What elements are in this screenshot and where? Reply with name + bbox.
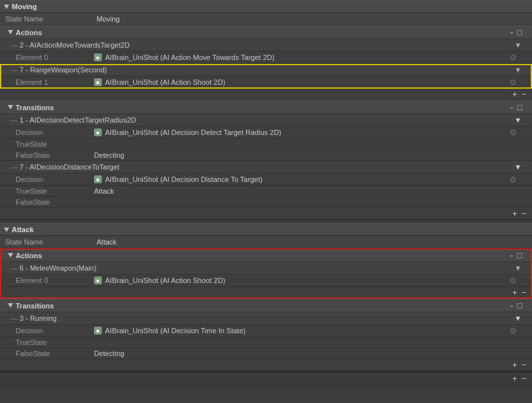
moving-action-2-dash: — <box>10 66 17 74</box>
attack-actions-minus2-btn[interactable]: − <box>519 288 528 297</box>
attack-transition-1-falsestate-row: FalseState Detecting <box>0 348 532 359</box>
attack-transition-1: — 3 - Running ▼ Decision ■ AIBrain_UniSh… <box>0 312 532 359</box>
moving-actions-title: Actions <box>16 29 509 37</box>
attack-transition-1-decision-gear[interactable]: ⊙ <box>510 326 516 335</box>
attack-action-item-1: — 6 - MeleeWeapon(Main) ▼ Element 0 ■ AI… <box>0 262 532 287</box>
moving-transition-2-falsestate-label: FalseState <box>16 198 94 206</box>
moving-action-1-asset-icon: ■ <box>94 53 102 61</box>
attack-action-1-header: — 6 - MeleeWeapon(Main) ▼ <box>0 262 532 275</box>
moving-trans-2-decision-icon: ■ <box>94 175 102 183</box>
attack-title: Attack <box>12 226 34 233</box>
moving-transition-1-truestate-row: TrueState <box>0 139 532 150</box>
moving-actions-plus-btn[interactable]: + <box>510 90 520 98</box>
moving-collapse-icon[interactable] <box>4 5 9 9</box>
attack-actions-title: Actions <box>16 252 509 260</box>
moving-action-2-asset-icon: ■ <box>94 78 102 86</box>
moving-transitions-window-btn[interactable]: □ <box>515 103 524 112</box>
moving-transitions-collapse-icon[interactable] <box>8 105 13 110</box>
moving-action-2-element-1: Element 1 ■ AIBrain_UniShot (AI Action S… <box>0 76 532 89</box>
attack-collapse-icon[interactable] <box>4 228 9 232</box>
moving-transitions-header: Transitions - □ <box>0 100 532 114</box>
attack-action-1-element-0-label: Element 0 <box>16 276 94 284</box>
moving-transition-1-header: — 1 - AIDecisionDetectTargetRadius2D ▼ <box>0 114 532 127</box>
moving-transition-1-decision-label: Decision <box>16 128 94 136</box>
moving-action-2-dropdown[interactable]: ▼ <box>514 66 522 74</box>
bottom-controls: + − <box>0 372 532 385</box>
attack-actions-window-btn[interactable]: □ <box>515 251 524 260</box>
moving-transition-2-decision-label: Decision <box>16 175 94 183</box>
attack-transition-1-header: — 3 - Running ▼ <box>0 312 532 325</box>
attack-transitions-minus-btn[interactable]: - <box>509 301 515 310</box>
attack-transition-1-decision-value: ■ AIBrain_UniShot (AI Decision Time In S… <box>94 327 510 335</box>
moving-action-1-header: — 2 - AIActionMoveTowardsTarget2D ▼ <box>0 39 532 52</box>
moving-transition-1-truestate-label: TrueState <box>16 140 94 148</box>
attack-transitions-window-btn[interactable]: □ <box>515 301 524 310</box>
moving-action-1-dash: — <box>10 41 17 49</box>
moving-transitions-plus-minus: + − <box>0 208 532 220</box>
attack-actions-minus-btn[interactable]: - <box>509 251 515 260</box>
attack-state-label: State Name <box>5 238 97 246</box>
moving-actions-plus-minus: + − <box>0 89 532 100</box>
attack-transition-1-label: 3 - Running <box>20 314 514 322</box>
attack-action-1-dash: — <box>10 264 17 272</box>
attack-state-name-row: State Name Attack <box>0 236 532 248</box>
moving-transition-2-decision-gear[interactable]: ⊙ <box>510 175 516 184</box>
attack-transition-1-decision-label: Decision <box>16 327 94 335</box>
moving-transitions-minus2-btn[interactable]: − <box>519 209 528 218</box>
moving-action-1-dropdown[interactable]: ▼ <box>514 41 522 49</box>
attack-section-header: Attack <box>0 223 532 236</box>
moving-transition-2-truestate-value: Attack <box>94 187 516 195</box>
attack-action-1-label: 6 - MeleeWeapon(Main) <box>20 264 514 272</box>
moving-action-2-element-1-label: Element 1 <box>16 78 94 86</box>
bottom-minus-btn[interactable]: − <box>519 374 528 383</box>
moving-actions-minus2-btn[interactable]: − <box>519 90 528 98</box>
moving-action-2-gear-btn[interactable]: ⊙ <box>510 78 516 87</box>
moving-transition-1-decision-gear[interactable]: ⊙ <box>510 128 516 137</box>
bottom-plus-btn[interactable]: + <box>510 374 520 383</box>
moving-transitions-title: Transitions <box>16 104 509 112</box>
moving-action-1-element-0-label: Element 0 <box>16 53 94 61</box>
moving-action-item-2-highlighted: — 7 - RangeWeapon(Second) ▼ Element 1 ■ … <box>0 64 532 89</box>
moving-action-2-label: 7 - RangeWeapon(Second) <box>20 66 514 74</box>
attack-state-value: Attack <box>97 238 117 246</box>
attack-transition-1-falsestate-value: Detecting <box>94 350 516 357</box>
moving-transition-1-label: 1 - AIDecisionDetectTargetRadius2D <box>20 116 514 124</box>
attack-transitions-collapse-icon[interactable] <box>8 303 13 308</box>
moving-transition-1-decision-row: Decision ■ AIBrain_UniShot (AI Decision … <box>0 127 532 139</box>
moving-transition-2-dropdown[interactable]: ▼ <box>514 163 522 171</box>
moving-transition-2-falsestate-row: FalseState <box>0 197 532 208</box>
attack-transition-1-dropdown[interactable]: ▼ <box>514 314 522 322</box>
attack-transition-1-truestate-row: TrueState <box>0 337 532 348</box>
attack-transition-1-decision-row: Decision ■ AIBrain_UniShot (AI Decision … <box>0 325 532 337</box>
attack-actions-subsection-highlighted: Actions - □ — 6 - MeleeWeapon(Main) ▼ El… <box>0 248 532 299</box>
attack-transitions-plus-btn[interactable]: + <box>510 361 520 369</box>
attack-transitions-plus-minus: + − <box>0 359 532 371</box>
attack-actions-plus-btn[interactable]: + <box>510 288 520 297</box>
attack-action-1-element-0: Element 0 ■ AIBrain_UniShot (AI Action S… <box>0 275 532 287</box>
moving-transition-2-label: 7 - AIDecisionDistanceToTarget <box>20 163 514 171</box>
attack-action-1-dropdown[interactable]: ▼ <box>514 264 522 272</box>
attack-action-1-asset-icon: ■ <box>94 276 102 284</box>
moving-state-name-row: State Name Moving <box>0 13 532 25</box>
moving-actions-subsection: Actions - □ — 2 - AIActionMoveTowardsTar… <box>0 25 532 100</box>
moving-transitions-plus-btn[interactable]: + <box>510 209 520 218</box>
attack-transitions-minus2-btn[interactable]: − <box>519 361 528 369</box>
moving-transition-2-header: — 7 - AIDecisionDistanceToTarget ▼ <box>0 161 532 173</box>
moving-transition-1-decision-value: ■ AIBrain_UniShot (AI Decision Detect Ta… <box>94 128 510 136</box>
attack-action-1-element-0-value: ■ AIBrain_UniShot (AI Action Shoot 2D) <box>94 276 510 284</box>
attack-action-1-gear-btn[interactable]: ⊙ <box>510 276 516 285</box>
moving-actions-window-btn[interactable]: □ <box>515 28 524 37</box>
moving-transitions-minus-btn[interactable]: - <box>509 103 515 112</box>
moving-action-2-header: — 7 - RangeWeapon(Second) ▼ <box>0 64 532 76</box>
attack-actions-collapse-icon[interactable] <box>8 253 13 258</box>
attack-actions-header: Actions - □ <box>0 248 532 262</box>
moving-actions-minus-btn[interactable]: - <box>509 28 515 37</box>
moving-transition-1-falsestate-row: FalseState Detecting <box>0 150 532 161</box>
moving-transition-1-dropdown[interactable]: ▼ <box>514 116 522 124</box>
attack-panel: Attack State Name Attack Actions - □ — 6… <box>0 223 532 372</box>
moving-action-1-gear-btn[interactable]: ⊙ <box>510 53 516 62</box>
moving-transition-2-truestate-label: TrueState <box>16 187 94 195</box>
moving-section-header: Moving <box>0 0 532 13</box>
moving-actions-collapse-icon[interactable] <box>8 30 13 35</box>
moving-action-1-element-0: Element 0 ■ AIBrain_UniShot (AI Action M… <box>0 52 532 64</box>
